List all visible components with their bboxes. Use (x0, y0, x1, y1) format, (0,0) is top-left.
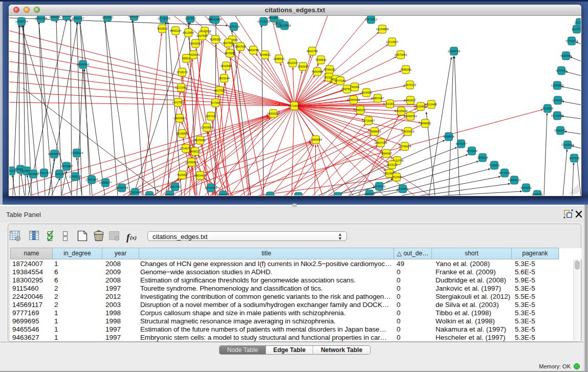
svg-text:9245052: 9245052 (520, 186, 531, 189)
svg-text:1588520: 1588520 (273, 57, 284, 60)
svg-text:12975115: 12975115 (404, 83, 416, 86)
svg-text:1733426: 1733426 (397, 187, 408, 190)
svg-text:10719155: 10719155 (158, 17, 170, 20)
svg-text:1244415: 1244415 (552, 99, 563, 102)
svg-text:14136141: 14136141 (373, 185, 385, 188)
svg-text:16033809: 16033809 (209, 18, 222, 21)
svg-text:114519: 114519 (55, 172, 64, 176)
svg-text:9245051: 9245051 (532, 193, 542, 195)
svg-text:16914479: 16914479 (194, 174, 206, 177)
svg-text:13495754: 13495754 (404, 115, 417, 118)
svg-text:16107552: 16107552 (172, 101, 184, 104)
svg-text:16154808: 16154808 (376, 28, 388, 31)
svg-text:1167530: 1167530 (569, 157, 579, 160)
svg-text:9777169: 9777169 (335, 79, 345, 82)
svg-text:3215958: 3215958 (542, 107, 553, 110)
svg-text:19654983: 19654983 (173, 117, 186, 120)
svg-text:6966160: 6966160 (128, 16, 139, 18)
svg-text:15692971: 15692971 (554, 129, 567, 132)
svg-text:14958177: 14958177 (99, 181, 112, 184)
svg-text:7485063: 7485063 (400, 68, 411, 71)
svg-text:10973493: 10973493 (395, 53, 407, 56)
svg-text:7191548: 7191548 (61, 16, 72, 17)
svg-text:9463627: 9463627 (405, 99, 416, 102)
svg-text:18807249: 18807249 (375, 141, 387, 144)
svg-text:19654923: 19654923 (402, 130, 414, 133)
svg-text:1527602: 1527602 (102, 16, 113, 19)
svg-text:1065414: 1065414 (364, 192, 375, 195)
svg-text:(x): (x) (130, 234, 137, 241)
svg-text:817004: 817004 (211, 101, 220, 104)
svg-text:12213967: 12213967 (386, 40, 398, 43)
svg-text:1065412: 1065412 (164, 193, 175, 195)
svg-text:9474444: 9474444 (466, 149, 477, 152)
svg-text:3824554: 3824554 (361, 91, 372, 94)
svg-text:10654122: 10654122 (508, 179, 520, 182)
svg-text:8958928: 8958928 (443, 135, 454, 138)
svg-text:9899695: 9899695 (420, 122, 430, 125)
svg-text:3875685: 3875685 (224, 52, 235, 55)
svg-text:8471676: 8471676 (499, 171, 510, 174)
svg-text:8427552: 8427552 (214, 89, 225, 92)
svg-text:1065413: 1065413 (293, 195, 303, 195)
svg-text:19218506: 19218506 (278, 24, 291, 27)
svg-text:1112575: 1112575 (572, 28, 581, 31)
svg-text:14055724: 14055724 (15, 20, 28, 23)
svg-text:1615112: 1615112 (386, 163, 397, 166)
svg-text:9227343: 9227343 (556, 69, 567, 72)
svg-text:15720407: 15720407 (362, 119, 375, 122)
svg-text:9146821: 9146821 (259, 53, 270, 56)
svg-text:10719155: 10719155 (257, 20, 270, 23)
svg-text:16782759: 16782759 (116, 186, 128, 189)
svg-text:7663822: 7663822 (157, 27, 167, 30)
svg-text:2867608: 2867608 (235, 45, 246, 48)
svg-text:18300295: 18300295 (267, 112, 279, 115)
svg-text:7955812: 7955812 (315, 58, 326, 61)
svg-text:7625402: 7625402 (177, 173, 187, 177)
svg-text:7357224: 7357224 (228, 25, 239, 28)
svg-text:10025438: 10025438 (395, 110, 407, 113)
svg-text:9115460: 9115460 (415, 105, 426, 108)
svg-text:8960124: 8960124 (170, 29, 181, 32)
svg-text:17957285: 17957285 (85, 178, 98, 181)
svg-text:17359924: 17359924 (71, 151, 83, 155)
svg-text:15751074: 15751074 (565, 39, 578, 42)
svg-text:10653267: 10653267 (72, 17, 84, 20)
svg-text:19756928: 19756928 (399, 145, 411, 148)
svg-text:9245053: 9245053 (332, 195, 343, 195)
svg-text:12505135: 12505135 (69, 175, 81, 178)
svg-text:19384554: 19384554 (310, 138, 322, 141)
svg-text:252254: 252254 (392, 176, 401, 179)
svg-text:20364436: 20364436 (347, 98, 360, 101)
svg-text:9327505: 9327505 (197, 34, 207, 37)
svg-text:16648784: 16648784 (448, 50, 460, 53)
svg-text:10688609: 10688609 (368, 130, 381, 133)
svg-text:9884067: 9884067 (381, 152, 391, 155)
svg-text:2803144: 2803144 (219, 77, 229, 80)
svg-text:8912954: 8912954 (183, 31, 193, 34)
svg-text:10807487: 10807487 (372, 97, 384, 100)
svg-text:1527602: 1527602 (185, 17, 195, 20)
svg-text:18724007: 18724007 (288, 104, 300, 107)
svg-text:20206555: 20206555 (48, 152, 60, 156)
svg-text:5498222: 5498222 (189, 150, 200, 153)
svg-text:9457791: 9457791 (169, 185, 180, 188)
svg-text:1065326: 1065326 (49, 16, 60, 18)
svg-text:9327504: 9327504 (223, 41, 233, 45)
svg-text:17342757: 17342757 (38, 171, 50, 174)
svg-text:9329966: 9329966 (560, 54, 571, 57)
svg-text:3113468: 3113468 (426, 103, 437, 106)
svg-text:3267110: 3267110 (205, 115, 216, 118)
svg-text:8813054: 8813054 (268, 16, 279, 19)
svg-text:8454749: 8454749 (248, 49, 258, 52)
svg-text:20691406: 20691406 (35, 17, 47, 20)
svg-text:98901: 98901 (182, 57, 190, 60)
svg-text:1321856: 1321856 (574, 21, 581, 24)
svg-text:17016504: 17016504 (561, 143, 574, 146)
svg-text:19975887: 19975887 (60, 165, 73, 168)
svg-text:62160: 62160 (386, 102, 394, 105)
svg-text:7632621: 7632621 (489, 164, 499, 167)
svg-text:7986372: 7986372 (355, 108, 365, 112)
svg-text:8186323: 8186323 (210, 38, 221, 41)
svg-text:20876812: 20876812 (365, 18, 377, 21)
